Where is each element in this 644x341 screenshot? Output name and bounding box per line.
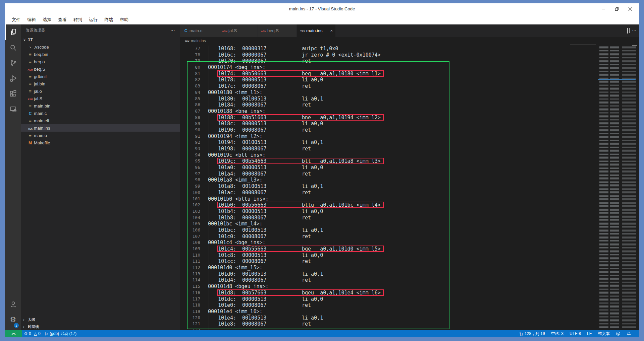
title-bar: main.ins - 17 - Visual Studio Code <box>5 3 639 15</box>
code-line[interactable]: 77 10168: 00000317 auipc t1,0x0 <box>180 46 639 52</box>
file-tree: .vscode beq.bin beq.o beq.S gdbinit <box>21 43 180 146</box>
feedback-smiley-icon[interactable] <box>613 330 624 337</box>
indentation[interactable]: 空格: 3 <box>548 330 567 337</box>
breadcrumb[interactable]: main.ins <box>180 37 639 45</box>
eol-sequence[interactable]: LF <box>584 330 595 337</box>
menu-item[interactable]: 编辑 <box>24 16 39 24</box>
minimap[interactable] <box>598 45 639 330</box>
explorer-icon[interactable] <box>5 24 21 40</box>
restore-button[interactable] <box>610 4 624 14</box>
file-item[interactable]: jal.S <box>21 95 180 102</box>
file-name: .vscode <box>34 45 49 50</box>
file-name: main.c <box>34 111 47 116</box>
code-line[interactable]: 78 1016c: 00000067 jr zero # 0 <exit-0x1… <box>180 52 639 58</box>
tab-file-icon <box>261 28 267 33</box>
breadcrumb-file-icon <box>185 39 191 43</box>
sidebar-more-icon[interactable]: ⋯ <box>170 27 175 33</box>
settings-gear-icon[interactable]: ⚙ 1 <box>5 312 21 327</box>
remote-indicator[interactable]: >< <box>5 330 22 337</box>
code-editor[interactable]: 77 10168: 00000317 auipc t1,0x0 78 1016c… <box>180 45 639 330</box>
minimap-column <box>610 46 619 329</box>
chevron-down-icon: ∨ <box>23 38 28 42</box>
file-type-icon <box>26 104 34 109</box>
menu-item[interactable]: 选择 <box>39 16 55 24</box>
language-mode[interactable]: 纯文本 <box>595 330 613 337</box>
problems-indicator[interactable]: ⊘ 0 △ 0 <box>22 330 43 337</box>
editor-group: main.c jal.S beq.S main.ins <box>180 24 639 330</box>
file-item[interactable]: Makefile <box>21 139 180 146</box>
menu-item[interactable]: 查看 <box>55 16 70 24</box>
close-button[interactable] <box>624 4 637 14</box>
menu-item[interactable]: 运行 <box>86 16 101 24</box>
file-item[interactable]: gdbinit <box>21 73 180 80</box>
file-type-icon <box>26 133 34 138</box>
instruction: auipc t1,0x0 <box>302 46 338 52</box>
file-item[interactable]: beq.S <box>21 65 180 73</box>
file-name: jal.S <box>34 96 42 101</box>
sidebar-section-label: 大纲 <box>28 317 35 322</box>
file-type-icon <box>26 140 34 145</box>
file-name: jal.o <box>34 89 42 94</box>
file-type-icon <box>26 45 34 50</box>
source-control-icon[interactable] <box>5 55 21 71</box>
bell-icon[interactable] <box>624 330 634 337</box>
address: 1016c: <box>218 52 236 58</box>
sidebar-section[interactable]: › 大纲 <box>21 316 180 323</box>
editor-tab[interactable]: main.ins × <box>297 24 336 37</box>
editor-tab[interactable]: beq.S <box>258 24 297 37</box>
file-type-icon <box>26 111 34 116</box>
file-name: beq.o <box>34 59 45 64</box>
file-type-icon <box>26 81 34 86</box>
file-item[interactable]: jal.bin <box>21 80 180 87</box>
menu-item[interactable]: 终端 <box>101 16 116 24</box>
extensions-icon[interactable] <box>5 86 21 101</box>
file-item[interactable]: .vscode <box>21 43 180 51</box>
file-name: beq.S <box>34 67 45 72</box>
file-item[interactable]: beq.bin <box>21 51 180 58</box>
minimap-current-line <box>598 79 636 80</box>
file-type-icon <box>26 52 34 57</box>
folder-root[interactable]: ∨ 17 <box>21 36 180 43</box>
explorer-sidebar: 资源管理器 ⋯ ∨ 17 .vscode beq.bin beq.o <box>21 24 180 330</box>
file-name: main.bin <box>34 104 50 109</box>
editor-tab[interactable]: jal.S <box>219 24 258 37</box>
chevron-right-icon: › <box>23 318 28 322</box>
file-item[interactable]: main.ins <box>21 124 180 132</box>
sidebar-section[interactable]: › 时间线 <box>21 323 180 330</box>
debug-launch-indicator[interactable]: ▷ (gdb) 启动 (17) <box>43 330 79 337</box>
encoding[interactable]: UTF-8 <box>567 330 584 337</box>
tab-file-icon <box>183 28 189 33</box>
cursor-position[interactable]: 行 128，列 19 <box>517 330 548 337</box>
chevron-right-icon: › <box>23 325 28 329</box>
file-item[interactable]: main.c <box>21 110 180 117</box>
tab-close-icon[interactable]: × <box>330 28 333 33</box>
debug-play-icon: ▷ <box>45 331 48 336</box>
opcode: 00000317 <box>242 46 266 52</box>
tab-label: jal.S <box>228 28 237 33</box>
editor-tab[interactable]: main.c <box>180 24 219 37</box>
instruction: jr zero # 0 <exit-0x10074> <box>302 52 381 58</box>
menu-item[interactable]: 文件 <box>8 16 24 24</box>
file-item[interactable]: beq.o <box>21 58 180 65</box>
scrollbar-thumb[interactable] <box>632 45 637 46</box>
sidebar-title: 资源管理器 <box>26 28 45 33</box>
activity-bar: ⚙ 1 <box>5 24 21 330</box>
editor-more-icon[interactable]: ⋯ <box>632 28 636 33</box>
file-item[interactable]: jal.o <box>21 87 180 95</box>
account-icon[interactable] <box>5 296 21 312</box>
opcode: 00000067 <box>242 52 266 58</box>
minimize-button[interactable] <box>597 4 610 14</box>
file-item[interactable]: main.elf <box>21 117 180 124</box>
run-debug-icon[interactable] <box>5 71 21 86</box>
file-name: Makefile <box>34 140 50 145</box>
file-name: main.o <box>34 133 47 138</box>
tab-bar: main.c jal.S beq.S main.ins <box>180 24 639 37</box>
file-item[interactable]: main.bin <box>21 102 180 110</box>
split-editor-icon[interactable] <box>627 28 628 33</box>
menu-item[interactable]: 转到 <box>70 16 86 24</box>
menu-item[interactable]: 帮助 <box>116 16 132 24</box>
file-type-icon <box>26 126 34 131</box>
file-item[interactable]: main.o <box>21 132 180 139</box>
search-icon[interactable] <box>5 40 21 55</box>
remote-explorer-icon[interactable] <box>5 101 21 117</box>
